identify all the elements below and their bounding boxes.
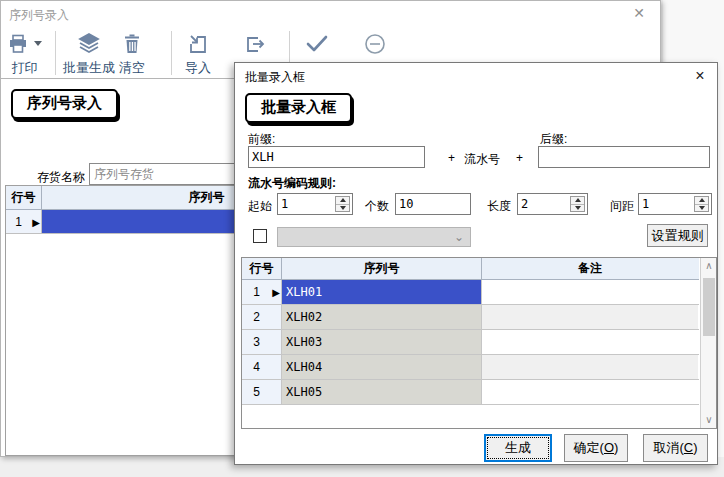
length-value: 2 [521, 197, 528, 211]
minus-circle-icon [363, 32, 387, 56]
inventory-name-label: 存货名称 [37, 169, 85, 186]
table-row[interactable]: 5 XLH05 [242, 380, 699, 405]
cancel-accesskey: C [684, 440, 693, 455]
export-icon [244, 33, 266, 55]
import-label: 导入 [185, 59, 211, 77]
rules-title: 流水号编码规则: [248, 175, 336, 192]
ok-label-end: ) [614, 440, 618, 455]
note-cell[interactable] [482, 380, 698, 404]
row-number: 4 [242, 355, 271, 379]
col-header-note: 备注 [482, 258, 698, 279]
count-label: 个数 [365, 198, 389, 215]
start-label: 起始 [248, 198, 272, 215]
close-icon[interactable]: ✕ [630, 4, 648, 22]
scrollbar-thumb[interactable] [703, 278, 715, 336]
spinner-arrows-icon[interactable] [694, 196, 709, 212]
prefix-input[interactable] [248, 146, 425, 168]
serial-cell[interactable]: XLH02 [282, 305, 482, 329]
print-button[interactable]: 打印 [7, 31, 42, 77]
row-number-cell: 5 [242, 380, 282, 404]
dialog-serial-table: 行号 序列号 备注 1 ▶ XLH01 2 XLH02 [241, 257, 717, 429]
row-number-cell: 1 ▶ [6, 210, 42, 233]
start-value: 1 [281, 197, 288, 211]
toolbar-separator [55, 31, 56, 75]
note-cell[interactable] [482, 355, 698, 379]
serial-cell[interactable]: XLH04 [282, 355, 482, 379]
cancel-button[interactable]: 取消(C) [643, 434, 708, 462]
suffix-input[interactable] [538, 146, 710, 168]
table-row[interactable]: 1 ▶ XLH01 [242, 280, 699, 305]
ok-label: 确定( [574, 440, 604, 455]
batch-generate-label: 批量生成 [63, 59, 115, 77]
rule-checkbox[interactable] [253, 229, 267, 243]
row-number: 1 [242, 280, 271, 304]
serial-cell[interactable]: XLH03 [282, 330, 482, 354]
scroll-up-icon[interactable]: ∧ [701, 258, 717, 274]
table-row[interactable]: 2 XLH02 [242, 305, 699, 330]
main-titlebar: 序列号录入 ✕ [1, 1, 660, 27]
chevron-down-icon[interactable] [34, 41, 42, 46]
row-number: 2 [242, 305, 271, 329]
row-number: 1 [6, 210, 31, 233]
toolbar-separator [171, 31, 172, 75]
note-cell[interactable] [482, 330, 698, 354]
generate-button[interactable]: 生成 [484, 434, 552, 462]
spinner-arrows-icon[interactable] [570, 196, 585, 212]
row-number-cell: 4 [242, 355, 282, 379]
length-stepper[interactable]: 2 [517, 193, 588, 215]
length-label: 长度 [487, 198, 511, 215]
dialog-table-grid: 行号 序列号 备注 1 ▶ XLH01 2 XLH02 [242, 258, 699, 428]
scroll-down-icon[interactable]: ∨ [701, 412, 717, 428]
chevron-down-icon: ⌄ [454, 230, 464, 244]
table-row[interactable]: 4 XLH04 [242, 355, 699, 380]
vertical-scrollbar[interactable]: ∧ ∨ [700, 258, 716, 428]
count-input[interactable] [395, 193, 471, 215]
plus-right: + [516, 151, 523, 165]
import-button[interactable]: 导入 [185, 31, 211, 77]
set-rules-button[interactable]: 设置规则 [647, 224, 708, 247]
trash-icon [121, 33, 143, 55]
note-cell[interactable] [482, 305, 698, 329]
ok-accesskey: O [604, 440, 614, 455]
note-cell[interactable] [482, 280, 698, 304]
clear-button[interactable]: 清空 [119, 31, 145, 77]
col-header-serial: 序列号 [282, 258, 482, 279]
plus-left: + [448, 151, 455, 165]
serial-cell[interactable]: XLH01 [282, 280, 482, 304]
row-number-cell: 1 ▶ [242, 280, 282, 304]
layers-icon [77, 32, 101, 56]
cancel-label-end: ) [693, 440, 697, 455]
dialog-title-chip: 批量录入框 [245, 93, 352, 123]
main-window-title: 序列号录入 [9, 7, 69, 24]
row-number-cell: 2 [242, 305, 282, 329]
serial-number-text: 流水号 [464, 151, 500, 168]
export-button[interactable] [244, 31, 266, 57]
rule-dropdown[interactable]: ⌄ [277, 227, 471, 247]
ok-button[interactable]: 确定(O) [564, 434, 628, 462]
close-icon[interactable]: × [691, 67, 709, 85]
row-number-cell: 3 [242, 330, 282, 354]
clear-label: 清空 [119, 59, 145, 77]
col-header-rowno: 行号 [6, 186, 42, 209]
gap-value: 1 [642, 197, 649, 211]
gap-label: 间距 [610, 198, 634, 215]
col-header-rowno: 行号 [242, 258, 282, 279]
spinner-arrows-icon[interactable] [335, 196, 350, 212]
page-title-chip: 序列号录入 [11, 89, 118, 119]
abandon-button[interactable] [363, 31, 387, 57]
check-icon [304, 32, 330, 56]
table-row[interactable]: 3 XLH03 [242, 330, 699, 355]
dialog-title: 批量录入框 [245, 69, 305, 86]
confirm-button[interactable] [304, 31, 330, 57]
row-number: 5 [242, 380, 271, 404]
printer-icon [7, 33, 29, 55]
gap-stepper[interactable]: 1 [638, 193, 712, 215]
current-row-marker-icon: ▶ [32, 216, 40, 227]
current-row-marker-icon: ▶ [272, 287, 280, 298]
dialog-table-header: 行号 序列号 备注 [242, 258, 699, 280]
print-label: 打印 [7, 59, 42, 77]
serial-cell[interactable]: XLH05 [282, 380, 482, 404]
cancel-label: 取消( [653, 440, 683, 455]
start-stepper[interactable]: 1 [277, 193, 353, 215]
batch-generate-button[interactable]: 批量生成 [63, 31, 115, 77]
